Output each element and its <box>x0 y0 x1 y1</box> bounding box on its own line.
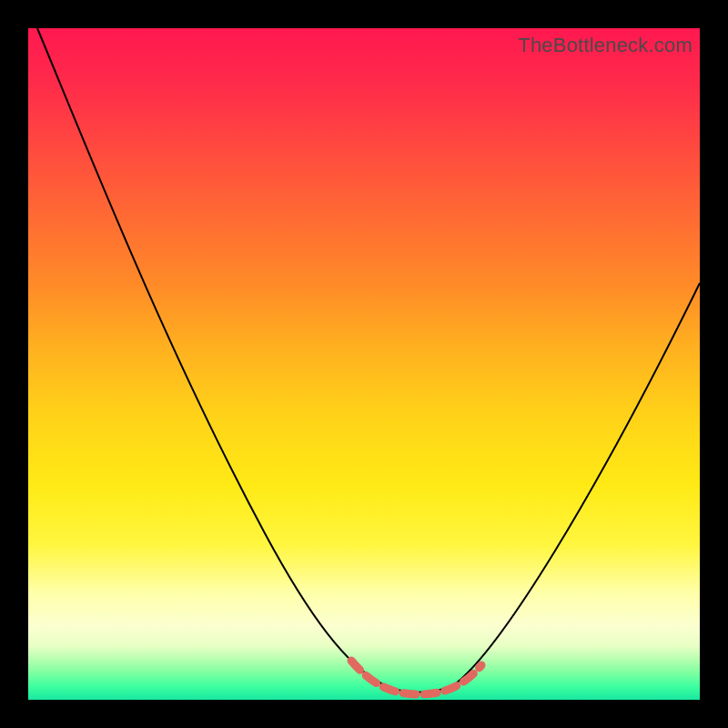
curve-layer <box>28 28 700 700</box>
curve-right-limb <box>456 283 700 683</box>
curve-left-limb <box>37 28 381 683</box>
chart-frame: TheBottleneck.com <box>0 0 728 728</box>
plot-area: TheBottleneck.com <box>28 28 700 700</box>
